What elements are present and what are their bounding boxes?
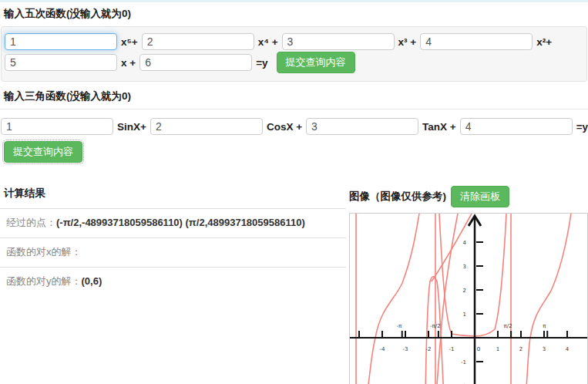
svg-text:-4: -4 — [380, 346, 386, 352]
svg-text:4: 4 — [566, 346, 570, 352]
quintic-row-2: x + =y 提交查询内容 — [5, 52, 583, 73]
quintic-coef-x5-input[interactable] — [5, 33, 117, 50]
quintic-coef-x3-input[interactable] — [282, 33, 395, 50]
svg-text:0: 0 — [477, 346, 480, 352]
trig-heading: 输入三角函数(没输入就为0) — [4, 89, 588, 103]
graph-header: 图像（图像仅供参考) 清除画板 — [349, 185, 588, 208]
quintic-heading: 输入五次函数(没输入就为0) — [4, 7, 588, 21]
term-label-x3: x³ + — [398, 36, 417, 48]
trig-coef-const-input[interactable] — [460, 118, 573, 135]
quintic-coef-x1-input[interactable] — [5, 54, 117, 71]
svg-text:3: 3 — [463, 264, 466, 270]
term-label-tanx: TanX + — [422, 121, 456, 133]
svg-text:-π/2: -π/2 — [430, 323, 441, 329]
svg-text:3: 3 — [543, 346, 546, 352]
results-heading: 计算结果 — [4, 187, 346, 200]
svg-text:-2: -2 — [426, 346, 432, 352]
svg-text:2: 2 — [463, 288, 466, 294]
trig-button-row: 提交查询内容 — [4, 141, 587, 163]
quintic-row-1: x⁵+ x⁴ + x³ + x²+ — [5, 33, 583, 50]
term-label-x4: x⁴ + — [258, 36, 278, 48]
bottom-area: 计算结果 经过的点：(-π/2,-48993718059586110) (π/2… — [0, 184, 588, 384]
svg-text:π/2: π/2 — [504, 323, 512, 329]
term-label-sinx: SinX+ — [117, 121, 146, 133]
result-label: 函数的对y的解： — [6, 275, 82, 287]
svg-text:-π: -π — [396, 323, 402, 329]
term-label-x1: x + — [121, 57, 136, 69]
graph-column: 图像（图像仅供参考) 清除画板 -4-3-2-101234-π-π/2π/2π4… — [349, 184, 588, 384]
quintic-coef-const-input[interactable] — [139, 54, 252, 71]
trig-panel: SinX+ CosX + TanX + =y 提交查询内容 — [0, 109, 588, 163]
term-label-x5: x⁵+ — [121, 36, 138, 48]
term-label-eq-y: =y — [256, 57, 267, 69]
quintic-panel: x⁵+ x⁴ + x³ + x²+ x + =y 提交查询内容 — [1, 26, 587, 82]
plot-canvas[interactable]: -4-3-2-101234-π-π/2π/2π4321-1-2 — [349, 213, 588, 384]
trig-coef-tan-input[interactable] — [306, 118, 418, 135]
top-strip — [0, 0, 588, 2]
result-value: (0,6) — [82, 275, 102, 287]
graph-title: 图像（图像仅供参考) — [349, 190, 446, 204]
result-item-x-solution: 函数的对x的解： — [0, 238, 346, 268]
result-label: 经过的点： — [6, 217, 56, 228]
svg-text:1: 1 — [496, 346, 499, 352]
svg-text:2: 2 — [519, 346, 522, 352]
page: 输入五次函数(没输入就为0) x⁵+ x⁴ + x³ + x²+ x + =y … — [0, 7, 588, 384]
trig-coef-sin-input[interactable] — [1, 118, 113, 135]
svg-text:-1: -1 — [449, 346, 455, 352]
svg-text:4: 4 — [463, 240, 467, 246]
trig-submit-button[interactable]: 提交查询内容 — [4, 141, 82, 163]
quintic-coef-x2-input[interactable] — [420, 33, 533, 50]
result-label: 函数的对x的解： — [6, 246, 82, 258]
term-label-x2: x²+ — [536, 36, 552, 48]
svg-text:-3: -3 — [403, 346, 408, 352]
result-item-points: 经过的点：(-π/2,-48993718059586110) (π/2,4899… — [0, 209, 346, 238]
trig-coef-cos-input[interactable] — [150, 118, 263, 135]
result-item-y-solution: 函数的对y的解：(0,6) — [0, 268, 346, 296]
trig-row: SinX+ CosX + TanX + =y — [1, 118, 587, 135]
results-column: 计算结果 经过的点：(-π/2,-48993718059586110) (π/2… — [0, 184, 346, 384]
svg-text:1: 1 — [463, 312, 466, 318]
clear-canvas-button[interactable]: 清除画板 — [451, 186, 509, 207]
quintic-coef-x4-input[interactable] — [142, 33, 254, 50]
svg-text:π: π — [543, 323, 546, 329]
results-list: 经过的点：(-π/2,-48993718059586110) (π/2,4899… — [0, 208, 346, 296]
svg-text:-1: -1 — [461, 359, 466, 365]
quintic-submit-button[interactable]: 提交查询内容 — [277, 52, 355, 73]
graph-svg: -4-3-2-101234-π-π/2π/2π4321-1-2 — [350, 214, 587, 384]
term-label-trig-eq-y: =y — [576, 121, 588, 133]
result-value: (-π/2,-48993718059586110) (π/2,489937180… — [56, 217, 305, 228]
term-label-cosx: CosX + — [267, 121, 302, 133]
